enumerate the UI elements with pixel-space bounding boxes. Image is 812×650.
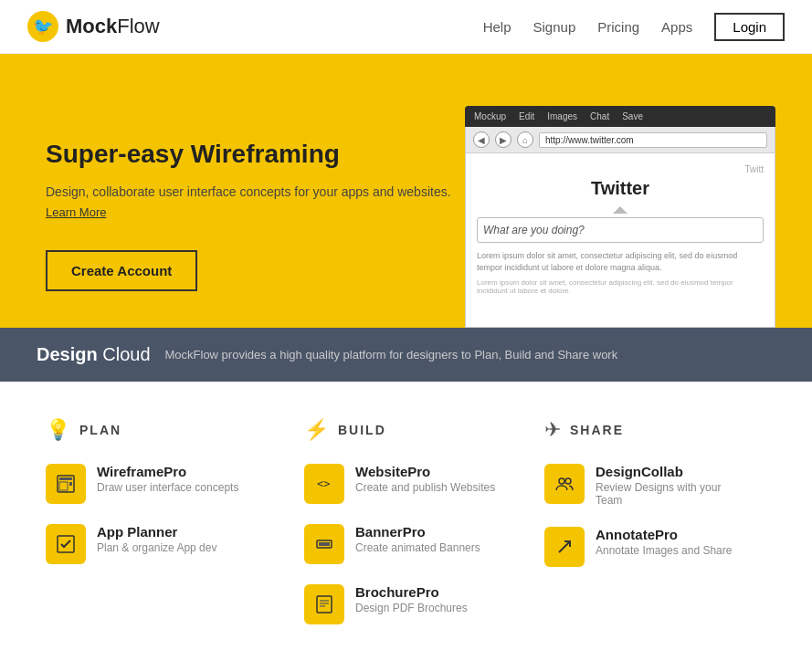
brochure-desc: Design PDF Brochures xyxy=(355,602,508,614)
mockup-menu-item: Save xyxy=(622,111,643,121)
designcollab-icon xyxy=(544,464,585,504)
mockup-textarea-label: What are you doing? xyxy=(483,224,757,236)
features-grid: 💡 PLAN WireframePro Draw user interface … xyxy=(46,418,766,645)
bannerpro-desc: Create animated Banners xyxy=(355,541,508,554)
bannerpro-item: BannerPro Create animated Banners xyxy=(304,524,508,564)
mockup-content: Twitt Twitter What are you doing? Lorem … xyxy=(466,153,775,327)
design-cloud-title: Design Cloud xyxy=(37,344,151,365)
designcollab-info: DesignCollab Review Designs with your Te… xyxy=(596,464,748,507)
designcollab-item: DesignCollab Review Designs with your Te… xyxy=(544,464,748,507)
plan-title: PLAN xyxy=(79,423,121,437)
share-title: SHARE xyxy=(570,423,624,437)
brochure-name: BrochurePro xyxy=(355,584,508,600)
appplanner-name: App Planner xyxy=(97,524,268,540)
hero-title: Super-easy Wireframing xyxy=(46,140,465,169)
mockup-menu-item: Chat xyxy=(590,111,609,121)
home-button-icon: ⌂ xyxy=(517,131,533,148)
share-icon: ✈ xyxy=(544,418,561,442)
hero-mockup: Mockup Edit Images Chat Save ◀ ▶ ⌂ http:… xyxy=(465,106,775,328)
plan-column: 💡 PLAN WireframePro Draw user interface … xyxy=(46,418,286,645)
plan-icon: 💡 xyxy=(46,418,70,442)
svg-rect-1 xyxy=(59,477,72,480)
annotatepro-desc: Annotate Images and Share xyxy=(596,544,748,557)
wireframepro-item: WireframePro Draw user interface concept… xyxy=(46,464,268,504)
create-account-button[interactable]: Create Account xyxy=(46,250,197,291)
mockup-toolbar: ◀ ▶ ⌂ http://www.twitter.com xyxy=(466,127,775,153)
share-header: ✈ SHARE xyxy=(544,418,748,442)
mockup-menu-item: Mockup xyxy=(474,111,506,121)
designcollab-desc: Review Designs with your Team xyxy=(596,481,748,507)
websitepro-desc: Create and publish Websites xyxy=(355,481,508,494)
websitepro-info: WebsitePro Create and publish Websites xyxy=(355,464,508,494)
mockup-titlebar: Mockup Edit Images Chat Save xyxy=(465,106,775,127)
svg-rect-3 xyxy=(69,482,72,486)
wireframepro-name: WireframePro xyxy=(97,464,268,479)
features-section: 💡 PLAN WireframePro Draw user interface … xyxy=(0,382,812,650)
svg-point-12 xyxy=(559,478,564,484)
wireframepro-desc: Draw user interface concepts xyxy=(97,481,268,494)
nav-signup[interactable]: Signup xyxy=(533,19,576,35)
svg-rect-7 xyxy=(319,542,330,546)
annotatepro-name: AnnotatePro xyxy=(596,527,748,542)
forward-button-icon: ▶ xyxy=(495,131,511,148)
mockup-textarea: What are you doing? xyxy=(477,217,764,243)
brochure-item: BrochurePro Design PDF Brochures xyxy=(304,584,508,624)
mockup-body: ◀ ▶ ⌂ http://www.twitter.com Twitt Twitt… xyxy=(465,127,775,328)
bannerpro-info: BannerPro Create animated Banners xyxy=(355,524,508,554)
wireframepro-icon xyxy=(46,464,86,504)
appplanner-item: App Planner Plan & organize App dev xyxy=(46,524,268,564)
annotatepro-item: AnnotatePro Annotate Images and Share xyxy=(544,527,748,567)
nav-apps[interactable]: Apps xyxy=(661,19,692,35)
svg-point-13 xyxy=(565,478,571,484)
svg-text:<>: <> xyxy=(317,477,330,490)
annotatepro-icon xyxy=(544,527,585,567)
back-button-icon: ◀ xyxy=(473,131,490,148)
build-header: ⚡ BUILD xyxy=(304,418,508,442)
brochure-info: BrochurePro Design PDF Brochures xyxy=(355,584,508,614)
build-title: BUILD xyxy=(338,423,386,437)
wireframepro-info: WireframePro Draw user interface concept… xyxy=(97,464,268,494)
logo-text: MockFlow xyxy=(66,15,160,38)
hero-description: Design, collaborate user interface conce… xyxy=(46,182,465,223)
plan-header: 💡 PLAN xyxy=(46,418,268,442)
url-bar: http://www.twitter.com xyxy=(539,132,767,148)
websitepro-item: <> WebsitePro Create and publish Website… xyxy=(304,464,508,504)
nav-pricing[interactable]: Pricing xyxy=(597,19,639,35)
nav-help[interactable]: Help xyxy=(483,19,511,35)
annotatepro-info: AnnotatePro Annotate Images and Share xyxy=(596,527,748,557)
logo[interactable]: 🐦 MockFlow xyxy=(27,11,160,42)
mockup-menu: Mockup Edit Images Chat Save xyxy=(474,111,643,121)
designcollab-name: DesignCollab xyxy=(596,464,748,479)
mockup-menu-item: Edit xyxy=(519,111,534,121)
mockup-lorem-text2: Lorem ipsum dolor sit amet, consectetur … xyxy=(477,278,764,295)
mockup-caret-icon xyxy=(613,206,627,214)
mockup-site-label: Twitt xyxy=(477,164,764,174)
learn-more-link[interactable]: Learn More xyxy=(46,205,106,219)
appplanner-icon xyxy=(46,524,86,564)
mockup-site-title: Twitter xyxy=(477,178,764,199)
brochure-icon xyxy=(304,584,344,624)
header: 🐦 MockFlow Help Signup Pricing Apps Logi… xyxy=(0,0,812,54)
svg-line-14 xyxy=(559,541,570,552)
appplanner-desc: Plan & organize App dev xyxy=(97,541,268,554)
bannerpro-name: BannerPro xyxy=(355,524,508,540)
svg-rect-8 xyxy=(317,596,332,613)
build-column: ⚡ BUILD <> WebsitePro Create and publish… xyxy=(286,418,526,645)
build-icon: ⚡ xyxy=(304,418,329,442)
login-button[interactable]: Login xyxy=(714,13,785,41)
hero-content: Super-easy Wireframing Design, collabora… xyxy=(46,140,465,328)
logo-icon: 🐦 xyxy=(27,11,58,42)
hero-section: Super-easy Wireframing Design, collabora… xyxy=(0,54,812,328)
appplanner-info: App Planner Plan & organize App dev xyxy=(97,524,268,554)
svg-rect-2 xyxy=(59,482,68,490)
mockup-lorem-text: Lorem ipsum dolor sit amet, consectetur … xyxy=(477,250,764,273)
bannerpro-icon xyxy=(304,524,344,564)
nav: Help Signup Pricing Apps Login xyxy=(483,13,785,41)
mockup-menu-item: Images xyxy=(547,111,577,121)
share-column: ✈ SHARE DesignCollab Review Designs with… xyxy=(526,418,766,645)
design-cloud-banner: Design Cloud MockFlow provides a high qu… xyxy=(0,328,812,382)
websitepro-name: WebsitePro xyxy=(355,464,508,479)
websitepro-icon: <> xyxy=(304,464,344,504)
design-cloud-description: MockFlow provides a high quality platfor… xyxy=(165,348,618,362)
